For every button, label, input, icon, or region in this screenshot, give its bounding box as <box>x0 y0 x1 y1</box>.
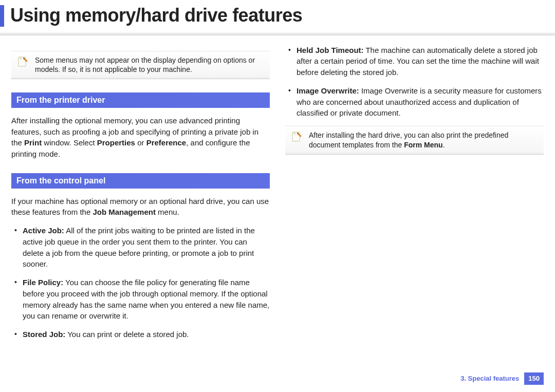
text: menu. <box>156 208 179 216</box>
footer-page-number: 150 <box>524 372 544 385</box>
bullet-label: File Policy: <box>23 278 63 287</box>
list-item: File Policy: You can choose the file pol… <box>11 277 270 322</box>
bullet-list-left: Active Job: All of the print jobs waitin… <box>11 225 270 340</box>
page-footer: 3. Special features 150 <box>460 372 544 385</box>
note-icon <box>16 55 29 68</box>
footer-chapter: 3. Special features <box>460 374 519 383</box>
text-bold: Preference <box>146 138 187 147</box>
content-columns: Some menus may not appear on the display… <box>0 35 555 347</box>
page-title: Using memory/hard drive features <box>0 0 555 31</box>
title-underline <box>0 32 555 35</box>
text-bold: Job Management <box>92 208 156 216</box>
note-icon <box>290 130 303 143</box>
note-text: Some menus may not appear on the display… <box>35 56 255 74</box>
section1-paragraph: After installing the optional memory, yo… <box>11 115 270 160</box>
list-item: Active Job: All of the print jobs waitin… <box>11 225 270 270</box>
bullet-label: Image Overwrite: <box>297 86 359 95</box>
right-column: Held Job Timeout: The machine can automa… <box>285 45 544 347</box>
bullet-text: You can print or delete a stored job. <box>65 330 189 339</box>
text-bold: Properties <box>97 138 135 147</box>
list-item: Stored Job: You can print or delete a st… <box>11 329 270 340</box>
bullet-label: Active Job: <box>23 226 64 235</box>
title-accent-bar <box>0 5 4 27</box>
note-box-right: After installing the hard drive, you can… <box>285 126 544 155</box>
note-box-top: Some menus may not appear on the display… <box>11 51 270 80</box>
text: or <box>135 138 146 147</box>
bullet-list-right: Held Job Timeout: The machine can automa… <box>285 45 544 119</box>
title-bar: Using memory/hard drive features <box>0 0 555 35</box>
bullet-label: Held Job Timeout: <box>297 46 364 54</box>
list-item: Held Job Timeout: The machine can automa… <box>285 45 544 78</box>
section-header-printer-driver: From the printer driver <box>11 92 270 108</box>
note-text: After installing the hard drive, you can… <box>309 131 508 149</box>
section2-paragraph: If your machine has optional memory or a… <box>11 196 270 218</box>
text-bold: Form Menu <box>404 141 442 149</box>
section-header-control-panel: From the control panel <box>11 173 270 189</box>
list-item: Image Overwrite: Image Overwrite is a se… <box>285 85 544 119</box>
left-column: Some menus may not appear on the display… <box>11 45 270 347</box>
text: . <box>443 141 445 149</box>
bullet-label: Stored Job: <box>23 330 65 339</box>
text: window. Select <box>42 138 97 147</box>
text-bold: Print <box>24 138 42 147</box>
page: Using memory/hard drive features Some me… <box>0 0 555 392</box>
